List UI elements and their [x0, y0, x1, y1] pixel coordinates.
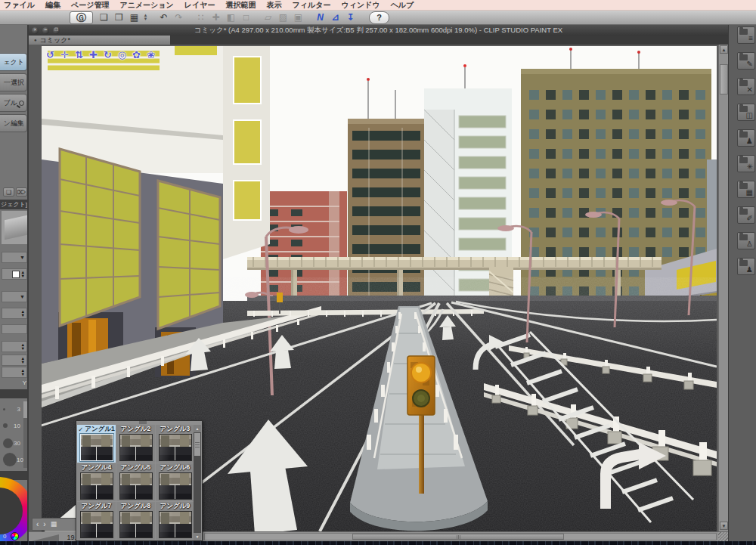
redo-button[interactable]: ↷	[172, 11, 186, 24]
angle-thumbnail[interactable]	[159, 511, 192, 538]
scroll-up-button[interactable]: ▲	[720, 45, 728, 54]
property-dropdown-1[interactable]: ▼	[2, 252, 27, 263]
menu-view[interactable]: 表示	[267, 0, 282, 11]
window-maximize-button[interactable]: ❐	[53, 27, 60, 34]
dock-layer-list-button[interactable]: ≡	[737, 26, 755, 44]
snap-angle-button[interactable]: ⊿	[328, 11, 342, 24]
angle-item-4[interactable]: アングル4	[77, 463, 116, 501]
mask-outside-button[interactable]: ▱	[261, 11, 275, 24]
camera-dolly-icon[interactable]: ⇅	[73, 48, 85, 61]
angle-scroll-thumb[interactable]	[194, 433, 200, 456]
help-button[interactable]: ?	[369, 11, 389, 24]
zoom-slider[interactable]	[32, 534, 59, 541]
clip-studio-logo-button[interactable]: Ⓖ	[70, 11, 93, 24]
mask-frame-button[interactable]: ▣	[291, 11, 305, 24]
dock-3d-button[interactable]: ◫	[737, 104, 755, 121]
angle-item-7[interactable]: アングル7	[77, 502, 116, 540]
property-color-swatch-row[interactable]: ▲▼	[2, 268, 27, 280]
camera-rotate-icon[interactable]: ↺	[44, 48, 57, 61]
angle-item-9[interactable]: アングル9	[156, 502, 194, 540]
menu-select[interactable]: 選択範囲	[226, 0, 256, 11]
color-wheel-icon[interactable]	[11, 532, 19, 540]
menu-layer[interactable]: レイヤー	[184, 0, 215, 11]
vertical-scroll-thumb[interactable]	[720, 64, 728, 94]
menu-file[interactable]: ファイル	[4, 0, 35, 11]
angle-item-1[interactable]: ✓アングル1	[77, 425, 116, 463]
brush-size-3[interactable]: 3	[1, 401, 23, 416]
angle-thumbnail[interactable]	[119, 434, 153, 461]
color-swatch[interactable]	[12, 271, 20, 278]
object-spin-icon[interactable]: ◎	[116, 48, 129, 61]
new-file-button[interactable]: ❏	[97, 11, 111, 24]
dock-figure-a-button[interactable]: ♙	[737, 232, 755, 249]
angle-thumbnail[interactable]	[119, 472, 153, 500]
fill-button[interactable]: ◧	[224, 11, 238, 24]
angle-item-3[interactable]: アングル3	[156, 425, 194, 463]
open-file-button[interactable]: ❒	[112, 11, 126, 24]
angle-item-5[interactable]: アングル5	[116, 463, 155, 501]
object-snap-icon[interactable]: ❀	[144, 48, 157, 61]
menu-edit[interactable]: 編集	[45, 0, 60, 11]
undo-button[interactable]: ↶	[156, 11, 171, 24]
angle-thumbnail[interactable]	[159, 472, 192, 500]
window-minimize-button[interactable]: ━	[42, 27, 49, 34]
angle-thumbnail[interactable]	[119, 511, 153, 538]
window-close-button[interactable]: ✕	[32, 27, 39, 34]
tool-line-edit[interactable]: ン編集	[0, 114, 27, 132]
angle-item-8[interactable]: アングル8	[116, 502, 155, 540]
angle-item-6[interactable]: アングル6	[156, 463, 194, 501]
angle-thumbnail[interactable]	[80, 434, 113, 461]
save-options-stepper[interactable]: ▲▼	[142, 11, 149, 24]
camera-pan-icon[interactable]: ✛	[58, 48, 71, 61]
dock-image-button[interactable]: ▦	[737, 181, 755, 198]
snap-ruler-button[interactable]: N	[313, 11, 327, 24]
angle-thumbnail[interactable]	[80, 511, 113, 538]
dock-effect-button[interactable]: ✳	[737, 155, 755, 172]
dock-draw-button[interactable]: ✐	[737, 206, 755, 224]
property-dropdown-2[interactable]: ▼	[2, 291, 27, 302]
vertical-scrollbar[interactable]: ▲ ▼	[718, 45, 728, 531]
dock-pose-button[interactable]: ♟	[737, 129, 755, 147]
dock-material-pen-button[interactable]: ✎	[737, 52, 755, 70]
subtool-new-button[interactable]: ❏	[3, 187, 14, 197]
window-resize-grip[interactable]	[718, 532, 728, 541]
brush-size-100[interactable]: 100	[1, 452, 23, 467]
scroll-down-button[interactable]: ▼	[194, 533, 201, 540]
page-list-icon[interactable]: ▦	[51, 521, 57, 528]
document-tab[interactable]: ● コミック*	[29, 36, 170, 45]
property-stepper-1[interactable]: ▲▼	[2, 308, 27, 319]
mask-hatch-button[interactable]: ▨	[276, 11, 290, 24]
stepper-icons[interactable]: ▲▼	[21, 271, 25, 277]
brush-size-scrollbar[interactable]	[23, 401, 27, 468]
tool-object[interactable]: ェクト	[0, 53, 27, 71]
property-stepper-2[interactable]: ▲▼	[2, 341, 27, 352]
scroll-up-button[interactable]: ▲	[194, 425, 201, 432]
horizontal-scroll-thumb[interactable]	[352, 534, 564, 540]
object-move-icon[interactable]: ✚	[87, 48, 100, 61]
tool-layer-select[interactable]: 一選択	[0, 73, 27, 91]
property-button[interactable]	[2, 324, 27, 334]
menu-filter[interactable]: フィルター	[293, 0, 331, 11]
menu-help[interactable]: ヘルプ	[391, 0, 414, 11]
subtool-delete-button[interactable]: ⌦	[16, 187, 27, 197]
move-layer-button[interactable]: ✚	[209, 11, 223, 24]
angle-thumbnail[interactable]	[159, 434, 192, 461]
next-page-button[interactable]: ›	[43, 521, 45, 528]
prev-page-button[interactable]: ‹	[36, 521, 39, 528]
brush-size-30[interactable]: 30	[1, 435, 23, 451]
angle-item-2[interactable]: アングル2	[116, 425, 155, 463]
angle-thumbnail[interactable]	[80, 472, 113, 500]
property-stepper-4[interactable]: ▲▼	[2, 367, 27, 378]
canvas-title-bar[interactable]: ✕ ━ ❐	[29, 25, 728, 36]
angle-panel-scrollbar[interactable]: ▲ ▼	[194, 425, 201, 540]
object-roll-icon[interactable]: ✿	[130, 48, 143, 61]
property-stepper-3[interactable]: ▲▼	[2, 355, 27, 366]
menu-animation[interactable]: アニメーション	[119, 0, 173, 11]
transform-button[interactable]: □	[239, 11, 253, 24]
panel-handle[interactable]	[139, 421, 147, 424]
deselect-button[interactable]: ∷	[194, 11, 208, 24]
wrench-icon[interactable]: Y	[23, 379, 26, 386]
dock-close-button[interactable]: ✕	[737, 78, 755, 95]
snap-pin-button[interactable]: ↧	[343, 11, 358, 24]
tool-zoom[interactable]: ブル	[0, 94, 27, 112]
